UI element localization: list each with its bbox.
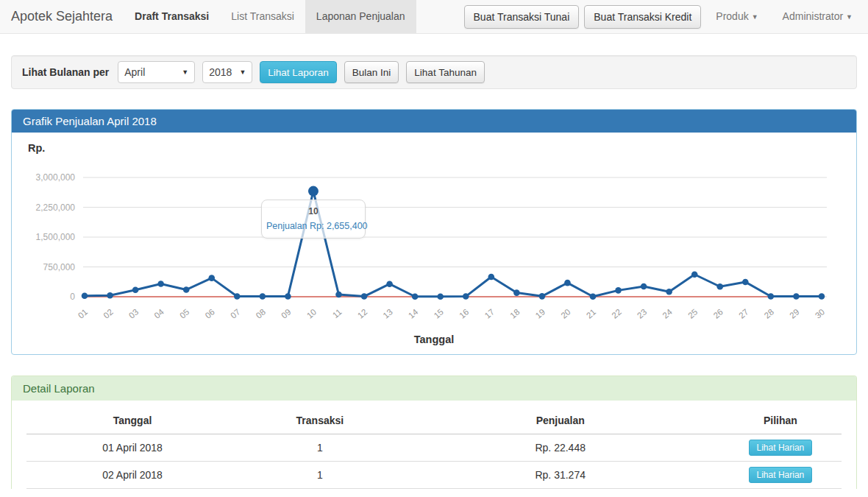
column-header-penjualan: Penjualan: [402, 406, 719, 434]
cell-transactions: 1: [238, 434, 402, 462]
svg-text:24: 24: [661, 307, 674, 320]
year-select-value: 2018: [209, 66, 232, 78]
svg-text:1,500,000: 1,500,000: [36, 232, 76, 242]
svg-text:20: 20: [559, 307, 572, 320]
lihat-harian-button[interactable]: Lihat Harian: [749, 467, 813, 483]
svg-text:2,250,000: 2,250,000: [36, 202, 76, 213]
svg-text:19: 19: [534, 307, 547, 320]
svg-text:21: 21: [585, 307, 598, 320]
caret-down-icon: ▼: [752, 1, 758, 34]
svg-text:07: 07: [229, 307, 242, 320]
tooltip-value: Penjualan Rp: 2,655,400: [266, 221, 360, 231]
chart-x-axis-title: Tanggal: [12, 334, 856, 345]
chart-area: 0750,0001,500,0002,250,0003,000,00001020…: [12, 158, 856, 328]
administrator-dropdown-label: Administrator: [783, 10, 843, 22]
cell-sales: Rp. 22.448: [402, 434, 719, 462]
top-navbar: Apotek Sejahtera Draft Transaksi List Tr…: [0, 0, 868, 34]
column-header-transaksi: Transaksi: [238, 406, 402, 434]
cell-transactions: 1: [238, 462, 402, 489]
svg-text:12: 12: [356, 307, 369, 320]
detail-panel-title: Detail Laporan: [12, 376, 856, 401]
svg-text:17: 17: [483, 307, 497, 320]
svg-text:26: 26: [712, 307, 725, 320]
detail-report-panel: Detail Laporan Tanggal Transaksi Penjual…: [11, 376, 857, 489]
filter-label: Lihat Bulanan per: [22, 66, 109, 78]
column-header-pilihan: Pilihan: [719, 406, 842, 434]
svg-text:08: 08: [255, 307, 268, 320]
tooltip-day: 10: [266, 206, 360, 216]
svg-text:15: 15: [432, 307, 445, 320]
chart-panel-body: Rp. 0750,0001,500,0002,250,0003,000,0000…: [12, 133, 856, 354]
lihat-laporan-button[interactable]: Lihat Laporan: [260, 61, 337, 83]
cell-action: Lihat Harian: [719, 462, 842, 489]
buat-transaksi-tunai-button[interactable]: Buat Transaksi Tunai: [464, 5, 580, 29]
svg-text:10: 10: [305, 307, 319, 320]
monthly-filter-bar: Lihat Bulanan per April ▼ 2018 ▼ Lihat L…: [11, 55, 857, 89]
svg-text:06: 06: [204, 307, 217, 320]
sales-chart-panel: Grafik Penjualan April 2018 Rp. 0750,000…: [11, 109, 857, 355]
table-row: 02 April 2018 1 Rp. 31.274 Lihat Harian: [26, 462, 842, 489]
cell-date: 02 April 2018: [26, 462, 238, 489]
nav-item-laporan-penjualan[interactable]: Laponan Penjualan: [305, 0, 416, 33]
svg-text:30: 30: [814, 307, 827, 320]
year-select[interactable]: 2018 ▼: [202, 61, 252, 83]
lihat-tahunan-button[interactable]: Lihat Tahunan: [406, 61, 485, 83]
month-select-value: April: [124, 66, 145, 78]
bulan-ini-button[interactable]: Bulan Ini: [344, 61, 399, 83]
svg-text:01: 01: [77, 307, 90, 320]
svg-text:02: 02: [102, 307, 115, 320]
column-header-tanggal: Tanggal: [26, 406, 238, 434]
svg-text:0: 0: [70, 292, 75, 302]
cell-date: 01 April 2018: [26, 434, 238, 462]
cell-sales: Rp. 31.274: [402, 462, 719, 489]
buat-transaksi-kredit-button[interactable]: Buat Transaksi Kredit: [584, 5, 701, 29]
chart-panel-title: Grafik Penjualan April 2018: [12, 110, 856, 133]
svg-text:09: 09: [280, 307, 293, 320]
svg-text:03: 03: [127, 307, 140, 320]
sales-line-chart[interactable]: 0750,0001,500,0002,250,0003,000,00001020…: [12, 158, 856, 328]
administrator-dropdown[interactable]: Administrator▼: [773, 0, 862, 34]
svg-text:28: 28: [763, 307, 776, 320]
svg-text:22: 22: [610, 307, 623, 320]
detail-panel-body: Tanggal Transaksi Penjualan Pilihan 01 A…: [12, 401, 856, 489]
svg-text:23: 23: [636, 307, 649, 320]
svg-text:16: 16: [458, 307, 471, 320]
chart-y-axis-title: Rp.: [28, 142, 856, 154]
month-select[interactable]: April ▼: [118, 61, 195, 83]
svg-text:13: 13: [381, 307, 394, 320]
svg-text:29: 29: [788, 307, 801, 320]
svg-text:3,000,000: 3,000,000: [36, 172, 76, 183]
svg-text:27: 27: [737, 307, 750, 320]
app-brand[interactable]: Apotek Sejahtera: [0, 0, 124, 33]
svg-text:25: 25: [686, 307, 700, 320]
produk-dropdown-label: Produk: [716, 10, 748, 22]
cell-action: Lihat Harian: [719, 434, 842, 462]
caret-down-icon: ▼: [239, 68, 246, 76]
svg-text:14: 14: [407, 307, 420, 320]
nav-item-list-transaksi[interactable]: List Transaksi: [220, 0, 305, 33]
table-header-row: Tanggal Transaksi Penjualan Pilihan: [26, 406, 842, 434]
svg-text:18: 18: [508, 307, 522, 320]
navbar-actions: Buat Transaksi Tunai Buat Transaksi Kred…: [464, 0, 868, 33]
nav-item-draft-transaksi[interactable]: Draft Transaksi: [124, 0, 220, 33]
svg-text:05: 05: [178, 307, 191, 320]
table-row: 01 April 2018 1 Rp. 22.448 Lihat Harian: [26, 434, 842, 462]
svg-text:11: 11: [331, 307, 344, 320]
svg-text:04: 04: [152, 307, 166, 320]
daily-report-table: Tanggal Transaksi Penjualan Pilihan 01 A…: [26, 406, 842, 489]
produk-dropdown[interactable]: Produk▼: [706, 0, 767, 34]
caret-down-icon: ▼: [846, 1, 853, 34]
svg-text:750,000: 750,000: [43, 262, 76, 272]
lihat-harian-button[interactable]: Lihat Harian: [749, 440, 813, 456]
caret-down-icon: ▼: [182, 68, 188, 76]
chart-tooltip: 10 Penjualan Rp: 2,655,400: [261, 200, 366, 239]
